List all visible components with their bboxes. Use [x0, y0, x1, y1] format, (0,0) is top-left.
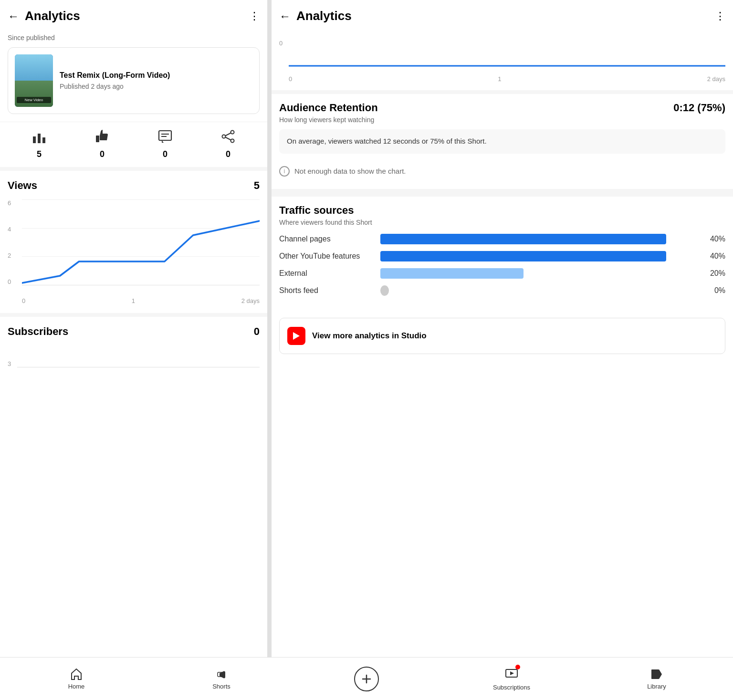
svg-rect-4: [159, 131, 171, 140]
traffic-pct-external: 20%: [704, 269, 725, 278]
traffic-pct-channel: 40%: [704, 235, 725, 243]
right-back-button[interactable]: ←: [279, 10, 291, 23]
left-panel: ← Analytics ⋮ Since published New Video …: [0, 0, 267, 700]
audience-value: 0:12 (75%): [673, 102, 725, 114]
subs-y-label: 3: [8, 360, 11, 367]
traffic-label-external: External: [279, 269, 375, 278]
panel-divider: [267, 0, 271, 700]
traffic-bar-shorts-fill: [380, 285, 389, 296]
right-library-icon: [650, 668, 663, 681]
info-icon: i: [279, 166, 290, 177]
left-more-button[interactable]: ⋮: [249, 10, 260, 22]
subs-title: Subscribers: [8, 325, 68, 338]
share-icon: [221, 130, 235, 146]
views-x-labels: 0 1 2 days: [22, 294, 260, 304]
right-more-button[interactable]: ⋮: [715, 10, 725, 22]
right-nav-shorts[interactable]: Shorts: [271, 668, 294, 690]
subscribers-section: Subscribers 0 3: [0, 317, 267, 390]
right-nav-subscriptions[interactable]: Subscriptions: [439, 667, 584, 691]
right-nav-library[interactable]: Library: [584, 668, 729, 690]
video-thumbnail: New Video: [15, 54, 53, 107]
studio-button[interactable]: View more analytics in Studio: [279, 318, 725, 354]
right-chart-area: [289, 40, 725, 68]
svg-rect-24: [651, 669, 659, 679]
stat-comments[interactable]: 0: [158, 130, 172, 159]
right-panel: ← Analytics ⋮ 0 0 1 2 days: [271, 0, 733, 700]
views-title: Views: [8, 179, 37, 192]
stats-row: 5 0: [0, 122, 267, 167]
traffic-bar-channel-fill: [380, 234, 666, 244]
left-scroll-content: Since published New Video Test Remix (Lo…: [0, 32, 267, 700]
svg-point-8: [231, 139, 234, 143]
traffic-label-shorts: Shorts feed: [279, 286, 375, 295]
traffic-item-other-yt: Other YouTube features 40%: [279, 251, 725, 261]
traffic-section: Traffic sources Where viewers found this…: [272, 193, 733, 310]
traffic-label-channel: Channel pages: [279, 235, 375, 243]
right-chart-x-labels: 0 1 2 days: [289, 75, 725, 83]
stat-views[interactable]: 5: [32, 130, 46, 159]
subs-value: 0: [254, 325, 260, 338]
video-card[interactable]: New Video Test Remix (Long-Form Video) P…: [8, 47, 260, 114]
studio-icon: [287, 327, 305, 345]
studio-logo-icon: [291, 331, 302, 341]
left-back-button[interactable]: ←: [8, 10, 19, 23]
svg-marker-19: [293, 332, 300, 340]
svg-line-10: [225, 133, 231, 136]
video-title: Test Remix (Long-Form Video): [60, 71, 252, 80]
right-chart-y-label: 0: [279, 40, 283, 47]
studio-button-label: View more analytics in Studio: [312, 331, 427, 341]
comment-icon: [158, 130, 172, 146]
traffic-bar-other-fill: [380, 251, 666, 261]
views-y-labels: 6 4 2 0: [8, 199, 15, 285]
stat-shares[interactable]: 0: [221, 130, 235, 159]
subs-chart: 3: [8, 344, 260, 382]
subs-chart-area: [17, 344, 260, 367]
right-small-chart: 0 0 1 2 days: [279, 40, 725, 83]
no-data-text: Not enough data to show the chart.: [294, 167, 406, 175]
left-page-title: Analytics: [25, 9, 249, 23]
audience-section: Audience Retention 0:12 (75%) How long v…: [272, 94, 733, 189]
bar-chart-icon: [32, 130, 46, 146]
right-bottom-nav: Home Shorts: [271, 657, 733, 700]
no-data-box: i Not enough data to show the chart.: [279, 161, 725, 181]
views-chart-area: [22, 199, 260, 285]
traffic-pct-other: 40%: [704, 252, 725, 261]
right-subscriptions-icon-wrapper: [505, 667, 518, 682]
right-plus-icon: [361, 673, 372, 685]
stat-shares-value: 0: [226, 149, 230, 159]
svg-rect-1: [38, 134, 41, 143]
right-add-button[interactable]: [354, 667, 379, 691]
since-published-label: Since published: [0, 32, 267, 45]
traffic-bar-other: [380, 251, 698, 261]
audience-subtitle: How long viewers kept watching: [279, 116, 725, 124]
svg-marker-23: [510, 671, 514, 675]
right-subscriptions-badge: [515, 665, 520, 669]
views-chart-svg: [22, 199, 260, 285]
video-info: Test Remix (Long-Form Video) Published 2…: [60, 71, 252, 90]
svg-marker-25: [659, 669, 662, 679]
svg-rect-3: [96, 136, 99, 142]
stat-likes[interactable]: 0: [95, 130, 109, 159]
views-value: 5: [254, 179, 260, 192]
svg-rect-0: [33, 136, 36, 143]
stat-views-value: 5: [37, 149, 42, 159]
audience-info-box: On average, viewers watched 12 seconds o…: [279, 129, 725, 154]
traffic-bar-shorts: [380, 285, 698, 296]
video-thumb-label: New Video: [17, 97, 51, 103]
thumbs-up-icon: [95, 130, 109, 146]
svg-line-11: [225, 137, 231, 140]
right-nav-subscriptions-label: Subscriptions: [493, 684, 530, 691]
stat-comments-value: 0: [163, 149, 168, 159]
views-chart: 6 4 2 0 0 1: [8, 199, 260, 304]
right-chart-svg: [289, 40, 725, 68]
right-nav-add[interactable]: [294, 667, 439, 691]
traffic-pct-shorts: 0%: [704, 286, 725, 295]
audience-title: Audience Retention: [279, 102, 378, 114]
traffic-bar-external: [380, 268, 698, 279]
traffic-title: Traffic sources: [279, 204, 725, 217]
audience-header: Audience Retention 0:12 (75%): [279, 102, 725, 114]
views-section: Views 5 6 4 2 0: [0, 171, 267, 313]
traffic-item-external: External 20%: [279, 268, 725, 279]
svg-rect-2: [42, 137, 45, 143]
video-published: Published 2 days ago: [60, 83, 252, 90]
